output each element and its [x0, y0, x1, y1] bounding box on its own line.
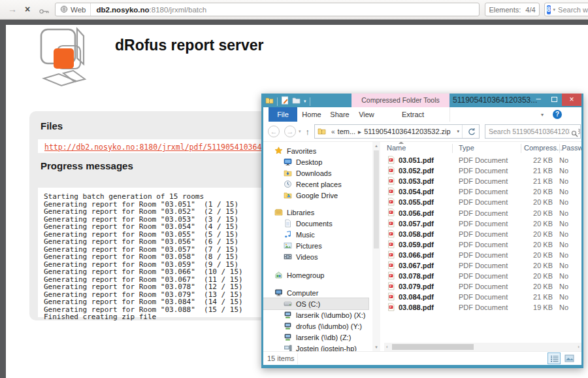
divider[interactable] [559, 144, 560, 153]
network-drive-icon [284, 333, 292, 341]
favorites-star-icon [274, 146, 283, 155]
file-size: 20 KB [507, 251, 553, 259]
breadcrumb-arrow-icon[interactable]: ▸ [358, 128, 361, 135]
file-name: 03.059.pdf [399, 241, 434, 249]
google-icon: 8 [547, 5, 551, 14]
magnifier-icon[interactable] [570, 128, 578, 139]
scroll-right-icon[interactable]: › [578, 344, 580, 350]
maximize-button[interactable] [546, 94, 562, 105]
file-row[interactable]: 03.057.pdfPDF Document20 KBNo [384, 218, 581, 229]
web-badge-label: Web [71, 6, 86, 14]
sidebar-item-downloads[interactable]: Downloads [263, 167, 371, 179]
divider[interactable] [521, 144, 521, 153]
file-row[interactable]: 03.088.pdfPDF Document19 KBNo [384, 302, 581, 313]
breadcrumb[interactable]: « tem... ▸ 5119054103641203532.zip ▾ [314, 124, 480, 139]
minimize-button[interactable]: – [531, 94, 546, 105]
explorer-main: FavoritesDesktopDownloadsRecent placesGo… [263, 142, 581, 351]
details-view-button[interactable] [548, 353, 560, 364]
scroll-thumb[interactable] [392, 344, 474, 350]
scroll-up-icon[interactable]: ▴ [372, 143, 380, 148]
address-dropdown-caret-icon[interactable]: ▾ [457, 129, 460, 134]
spacer [263, 201, 371, 207]
sidebar-item-pictures[interactable]: Pictures [263, 240, 371, 251]
network-drive-icon [284, 311, 292, 319]
music-icon [284, 230, 292, 239]
tab-extract[interactable]: Extract [394, 107, 432, 122]
column-password[interactable]: Passwor... [562, 144, 581, 152]
sidebar-item-music[interactable]: Music [263, 229, 371, 240]
file-row[interactable]: 03.054.pdfPDF Document20 KBNo [384, 186, 581, 197]
file-row[interactable]: 03.079.pdfPDF Document20 KBNo [384, 281, 581, 292]
titlebar[interactable]: ▾ Compressed Folder Tools 51190541036412… [263, 94, 581, 107]
forward-button[interactable]: → [284, 126, 296, 137]
column-compressed[interactable]: Compress... [524, 144, 563, 152]
forward-icon[interactable]: → [8, 4, 17, 14]
sidebar-item-jostein-jostein-hp[interactable]: Jostein (jostein-hp) [263, 343, 371, 351]
sidebar-item-videos[interactable]: Videos [263, 251, 371, 262]
sidebar-item-larserik-db-z[interactable]: larserik (\\db) (Z:) [263, 332, 371, 343]
column-type[interactable]: Type [459, 144, 474, 152]
sidebar-section-favorites[interactable]: Favorites [263, 145, 371, 156]
file-row[interactable]: 03.067.pdfPDF Document20 KBNo [384, 260, 581, 271]
web-badge: Web [56, 3, 91, 16]
search-engine-caret-icon[interactable]: ▾ [553, 7, 556, 12]
sidebar-item-larserik-dumbo-x[interactable]: larserik (\\dumbo) (X:) [263, 309, 371, 320]
file-row[interactable]: 03.066.pdfPDF Document20 KBNo [384, 250, 581, 260]
file-row[interactable]: 03.055.pdfPDF Document20 KBNo [384, 197, 581, 207]
properties-icon[interactable] [281, 95, 289, 107]
customize-toolbar-caret-icon[interactable]: ▾ [304, 99, 306, 104]
sidebar-section-computer[interactable]: Computer [263, 287, 371, 298]
horizontal-scrollbar[interactable]: ‹ › [384, 343, 581, 351]
divider[interactable] [452, 144, 453, 153]
thumbnail-view-button[interactable] [563, 353, 575, 364]
file-row[interactable]: 03.059.pdfPDF Document20 KBNo [384, 239, 581, 250]
file-row[interactable]: 03.078.pdfPDF Document20 KBNo [384, 271, 581, 281]
back-button[interactable]: ← [268, 126, 280, 137]
file-row[interactable]: 03.051.pdfPDF Document22 KBNo [384, 155, 581, 165]
file-row[interactable]: 03.084.pdfPDF Document21 KBNo [384, 292, 581, 302]
sidebar-item-label: OS (C:) [296, 300, 320, 308]
file-row[interactable]: 03.056.pdfPDF Document20 KBNo [384, 207, 581, 218]
pdf-icon [387, 250, 395, 259]
contextual-tab-header[interactable]: Compressed Folder Tools [351, 94, 449, 107]
new-folder-icon[interactable] [292, 95, 301, 107]
scroll-down-icon[interactable]: ▾ [372, 345, 380, 350]
browser-search-box[interactable]: 8 ▾ Search with G [544, 3, 588, 16]
sidebar-item-desktop[interactable]: Desktop [263, 156, 371, 167]
breadcrumb-parent[interactable]: tem... [338, 128, 356, 135]
breadcrumb-overflow[interactable]: « [331, 128, 335, 135]
recent-locations-caret-icon[interactable]: ▾ [299, 129, 301, 134]
column-name[interactable]: Name [387, 144, 406, 152]
sidebar-item-os-c[interactable]: OS (C:) [263, 298, 368, 309]
file-password: No [559, 167, 568, 175]
breadcrumb-current[interactable]: 5119054103641203532.zip [364, 128, 451, 135]
file-row[interactable]: 03.058.pdfPDF Document20 KBNo [384, 229, 581, 239]
file-password: No [559, 198, 568, 206]
up-button[interactable]: ↑ [306, 127, 310, 137]
explorer-search-box[interactable]: Search 5119054103641203532.... [485, 124, 581, 139]
sidebar-item-recent-places[interactable]: Recent places [263, 179, 371, 190]
scroll-left-icon[interactable]: ‹ [386, 344, 388, 350]
stop-icon[interactable]: × [25, 4, 30, 14]
ribbon-collapse-chevron-icon[interactable]: ▾ [541, 112, 544, 118]
sidebar-item-drofus-dumbo-y[interactable]: drofus (\\dumbo) (Y:) [263, 320, 371, 332]
file-row[interactable]: 03.053.pdfPDF Document21 KBNo [384, 176, 581, 186]
sidebar-section-libraries[interactable]: Libraries [263, 207, 371, 218]
item-count: 15 items [267, 354, 295, 362]
scroll-thumb[interactable] [374, 150, 379, 249]
tab-share[interactable]: Share [326, 107, 353, 122]
url-bar[interactable]: Web db2.nosyko.no:8180/jrxml/batch [55, 3, 480, 16]
nav-scrollbar[interactable]: ▴ ▾ [372, 142, 380, 351]
tab-view[interactable]: View [353, 107, 380, 122]
close-button[interactable]: × [562, 94, 581, 106]
help-button[interactable]: ? [553, 110, 562, 119]
tab-file[interactable]: File [269, 107, 297, 122]
sidebar-section-homegroup[interactable]: Homegroup [263, 269, 371, 281]
sidebar-item-google-drive[interactable]: Google Drive [263, 190, 371, 201]
file-row[interactable]: 03.052.pdfPDF Document21 KBNo [384, 165, 581, 176]
sidebar-item-documents[interactable]: Documents [263, 218, 371, 229]
refresh-button[interactable] [467, 128, 476, 137]
key-icon[interactable] [39, 6, 50, 16]
tab-home[interactable]: Home [297, 107, 326, 122]
google-drive-icon [284, 191, 292, 199]
